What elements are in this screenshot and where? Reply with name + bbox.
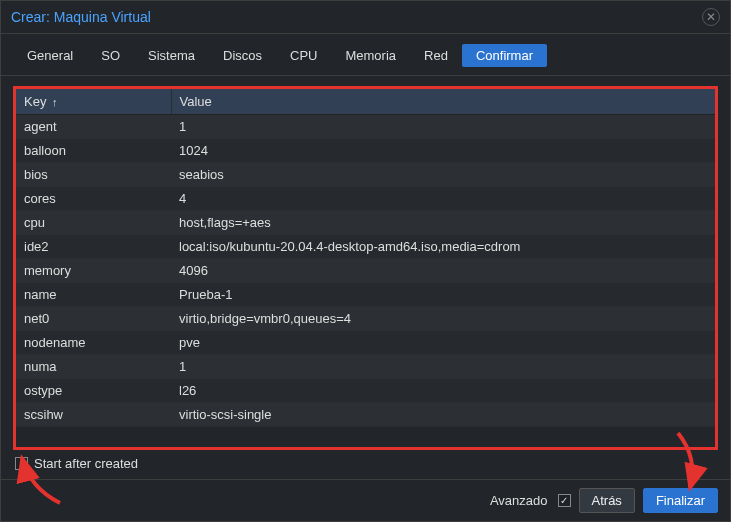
column-header-key[interactable]: Key ↑ [16, 89, 171, 115]
cell-value: pve [171, 331, 715, 355]
tab-strip: GeneralSOSistemaDiscosCPUMemoriaRedConfi… [1, 34, 730, 76]
cell-key: nodename [16, 331, 171, 355]
tab-so[interactable]: SO [87, 44, 134, 67]
config-summary-table: Key ↑ Value agent1balloon1024biosseabios… [13, 86, 718, 450]
table-row[interactable]: ostypel26 [16, 379, 715, 403]
tab-discos[interactable]: Discos [209, 44, 276, 67]
cell-value: 4096 [171, 259, 715, 283]
finish-button[interactable]: Finalizar [643, 488, 718, 513]
table-row[interactable]: net0virtio,bridge=vmbr0,queues=4 [16, 307, 715, 331]
dialog-title: Crear: Maquina Virtual [11, 9, 151, 25]
table-row[interactable]: cores4 [16, 187, 715, 211]
table-row[interactable]: memory4096 [16, 259, 715, 283]
advanced-label: Avanzado [490, 493, 548, 508]
sort-ascending-icon: ↑ [52, 96, 58, 108]
cell-value: 4 [171, 187, 715, 211]
cell-key: numa [16, 355, 171, 379]
create-vm-dialog: Crear: Maquina Virtual ✕ GeneralSOSistem… [0, 0, 731, 522]
cell-value: seabios [171, 163, 715, 187]
table-row[interactable]: numa1 [16, 355, 715, 379]
cell-key: bios [16, 163, 171, 187]
cell-value: 1024 [171, 139, 715, 163]
tab-memoria[interactable]: Memoria [331, 44, 410, 67]
table-row[interactable]: cpuhost,flags=+aes [16, 211, 715, 235]
cell-key: cpu [16, 211, 171, 235]
table-row[interactable]: scsihwvirtio-scsi-single [16, 403, 715, 427]
cell-key: balloon [16, 139, 171, 163]
tab-cpu[interactable]: CPU [276, 44, 331, 67]
table-row[interactable]: agent1 [16, 115, 715, 139]
cell-key: ostype [16, 379, 171, 403]
dialog-body: Key ↑ Value agent1balloon1024biosseabios… [1, 76, 730, 479]
table-row[interactable]: ide2local:iso/kubuntu-20.04.4-desktop-am… [16, 235, 715, 259]
start-after-created-label: Start after created [34, 456, 138, 471]
close-icon[interactable]: ✕ [702, 8, 720, 26]
cell-key: ide2 [16, 235, 171, 259]
start-after-created-checkbox[interactable] [15, 457, 28, 470]
tab-sistema[interactable]: Sistema [134, 44, 209, 67]
cell-value: 1 [171, 115, 715, 139]
cell-key: scsihw [16, 403, 171, 427]
tab-general[interactable]: General [13, 44, 87, 67]
cell-value: virtio,bridge=vmbr0,queues=4 [171, 307, 715, 331]
cell-key: cores [16, 187, 171, 211]
table-row[interactable]: balloon1024 [16, 139, 715, 163]
table-row[interactable]: biosseabios [16, 163, 715, 187]
start-after-created-row: Start after created [13, 450, 718, 473]
table-row[interactable]: nodenamepve [16, 331, 715, 355]
cell-value: Prueba-1 [171, 283, 715, 307]
dialog-titlebar: Crear: Maquina Virtual ✕ [1, 1, 730, 34]
tab-red[interactable]: Red [410, 44, 462, 67]
cell-value: virtio-scsi-single [171, 403, 715, 427]
back-button[interactable]: Atrás [579, 488, 635, 513]
cell-key: name [16, 283, 171, 307]
cell-key: memory [16, 259, 171, 283]
cell-key: net0 [16, 307, 171, 331]
cell-value: local:iso/kubuntu-20.04.4-desktop-amd64.… [171, 235, 715, 259]
cell-value: 1 [171, 355, 715, 379]
cell-key: agent [16, 115, 171, 139]
cell-value: l26 [171, 379, 715, 403]
table-row[interactable]: namePrueba-1 [16, 283, 715, 307]
tab-confirmar[interactable]: Confirmar [462, 44, 547, 67]
cell-value: host,flags=+aes [171, 211, 715, 235]
column-header-value[interactable]: Value [171, 89, 715, 115]
dialog-footer: Avanzado Atrás Finalizar [1, 479, 730, 521]
advanced-checkbox[interactable] [558, 494, 571, 507]
